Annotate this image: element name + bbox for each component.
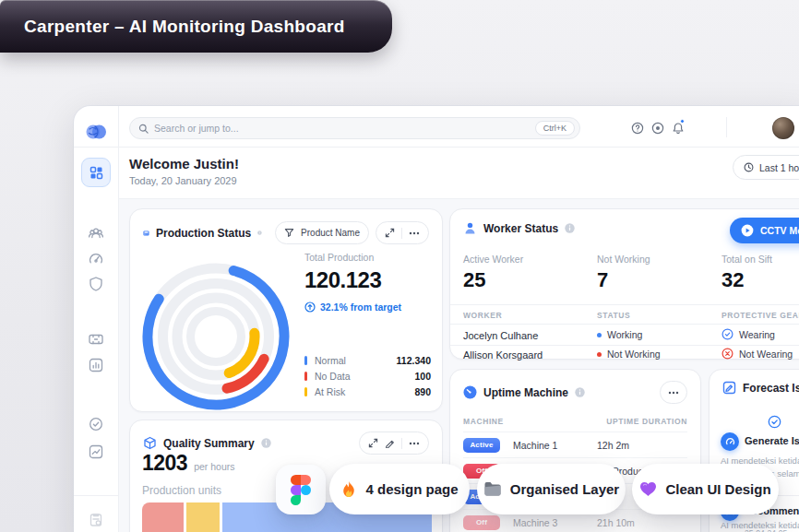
search-input[interactable] xyxy=(154,123,530,134)
sidebar-item-compliance[interactable] xyxy=(81,409,111,439)
product-name-filter-button[interactable]: Product Name xyxy=(275,221,369,244)
status-dot-not-working xyxy=(597,352,602,357)
legend-row-normal: Normal 112.340 xyxy=(304,352,431,368)
cctv-monitoring-button[interactable]: CCTV Monitoring xyxy=(730,218,799,243)
production-card-title: Production Status xyxy=(156,227,251,240)
help-icon xyxy=(631,122,644,135)
badge-label: Clean UI Design xyxy=(665,481,770,497)
legend-row-nodata: No Data 100 xyxy=(304,368,431,384)
sidebar-item-security[interactable] xyxy=(81,269,111,299)
worker-row-gear: Wearing xyxy=(721,328,775,340)
presentation-banner: Carpenter – AI Monitoring Dashboard xyxy=(0,0,392,53)
screenshot-stage: Ctrl+K Justin Welcome Justin! Today, 20 … xyxy=(0,0,799,532)
info-icon xyxy=(575,387,585,397)
uptime-more-button[interactable] xyxy=(660,381,687,404)
quality-value: 1203 xyxy=(142,451,187,476)
col-worker: Worker xyxy=(463,311,502,320)
avatar[interactable] xyxy=(772,117,794,139)
more-options-icon xyxy=(409,442,420,445)
production-status-card: Production Status Product Name xyxy=(129,208,443,412)
bar-segment-warning xyxy=(186,502,220,532)
welcome-divider xyxy=(119,198,799,199)
production-delta-label: 32.1% from target xyxy=(320,301,401,313)
badge-design-pages: 4 design page xyxy=(329,464,470,514)
issue-title: Generate Issues xyxy=(745,435,799,446)
page-title: Welcome Justin! xyxy=(129,156,239,171)
production-card-actions[interactable] xyxy=(376,221,429,244)
users-icon xyxy=(88,225,104,242)
quality-icon xyxy=(143,436,157,450)
stat-active-worker: Active Worker 25 xyxy=(463,254,523,292)
folder-icon xyxy=(483,481,502,497)
page-date: Today, 20 January 2029 xyxy=(129,175,237,186)
status-dot-working xyxy=(597,333,602,337)
quality-subtitle: Production units xyxy=(142,484,221,497)
info-icon xyxy=(565,223,575,233)
quality-card-actions[interactable] xyxy=(359,432,429,455)
notifications-button[interactable] xyxy=(670,120,686,136)
machine-name: Machine 3 xyxy=(513,517,597,528)
clipboard-gear-icon xyxy=(88,512,104,528)
info-icon xyxy=(261,438,271,448)
expand-icon xyxy=(385,228,395,238)
more-options-icon xyxy=(668,391,679,395)
shield-check-icon xyxy=(721,328,733,340)
shield-icon xyxy=(88,276,104,292)
sidebar-bottom-divider xyxy=(74,495,118,496)
app-logo xyxy=(84,120,108,144)
col-protective-gear: Protective Gear xyxy=(721,311,799,320)
search-shortcut-badge: Ctrl+K xyxy=(535,121,575,136)
uptime-icon xyxy=(463,385,477,399)
machine-name: Machine 1 xyxy=(513,440,597,451)
forecast-icon xyxy=(722,381,736,395)
filter-label: Product Name xyxy=(301,228,360,238)
col-status: Status xyxy=(597,311,630,320)
edit-icon xyxy=(385,438,395,448)
gauge-mini-icon xyxy=(725,437,735,447)
target-icon xyxy=(651,122,664,135)
topbar-divider xyxy=(74,147,799,148)
col-uptime-duration: Uptime Duration xyxy=(606,417,687,426)
sidebar-item-analytics[interactable] xyxy=(81,437,111,467)
sidebar-item-settings[interactable] xyxy=(81,505,111,532)
forecast-card-title: Forecast Issues xyxy=(743,382,799,395)
machine-row: Active Machine 1 12h 2m xyxy=(463,432,687,457)
shield-check-icon xyxy=(88,416,104,432)
total-production-value: 120.123 xyxy=(304,267,432,293)
figma-icon xyxy=(291,475,311,505)
arrow-up-circle-icon xyxy=(304,301,316,313)
focus-mode-button[interactable] xyxy=(650,120,666,136)
col-machine: Machine xyxy=(463,417,504,426)
production-icon xyxy=(143,226,149,241)
bar-segment-defect xyxy=(142,502,184,532)
total-production-label: Total Production xyxy=(304,252,432,263)
play-circle-icon xyxy=(741,224,754,237)
cctv-button-label: CCTV Monitoring xyxy=(760,225,799,236)
worker-card-title: Worker Status xyxy=(483,222,558,235)
bar-chart-icon xyxy=(88,357,104,373)
issue-date: 25-04-24-05 xyxy=(745,528,787,532)
sidebar-divider xyxy=(118,106,119,532)
worker-row-name: Allison Korsgaard xyxy=(463,349,543,361)
sidebar-item-dashboard[interactable] xyxy=(81,158,111,187)
purple-heart-icon xyxy=(639,481,657,497)
stat-total-on-sift: Total on Sift 32 xyxy=(721,254,772,292)
brain-logo-icon xyxy=(84,120,108,144)
sidebar-item-reports[interactable] xyxy=(81,350,111,380)
quality-value-suffix: per hours xyxy=(194,461,234,472)
bell-icon xyxy=(672,122,685,135)
production-donut-chart xyxy=(139,260,292,413)
help-button[interactable] xyxy=(629,120,646,136)
worker-status-card: Worker Status CCTV Monitoring Active Wor… xyxy=(449,208,799,360)
badge-label: Organised Layer xyxy=(510,481,619,497)
time-filter-label: Last 1 hour xyxy=(759,162,799,173)
search-icon xyxy=(138,124,149,134)
search-input-wrap[interactable]: Ctrl+K xyxy=(129,117,580,139)
dashboard-grid-icon xyxy=(89,166,103,180)
worker-row-status: Not Working xyxy=(597,349,661,360)
time-filter-button[interactable]: Last 1 hour xyxy=(733,155,799,180)
worker-row-gear: Not Wearing xyxy=(721,348,793,360)
machine-badge: Active xyxy=(463,438,500,453)
badge-organised-layer: Organised Layer xyxy=(477,464,626,514)
circle-x-icon xyxy=(721,348,733,360)
